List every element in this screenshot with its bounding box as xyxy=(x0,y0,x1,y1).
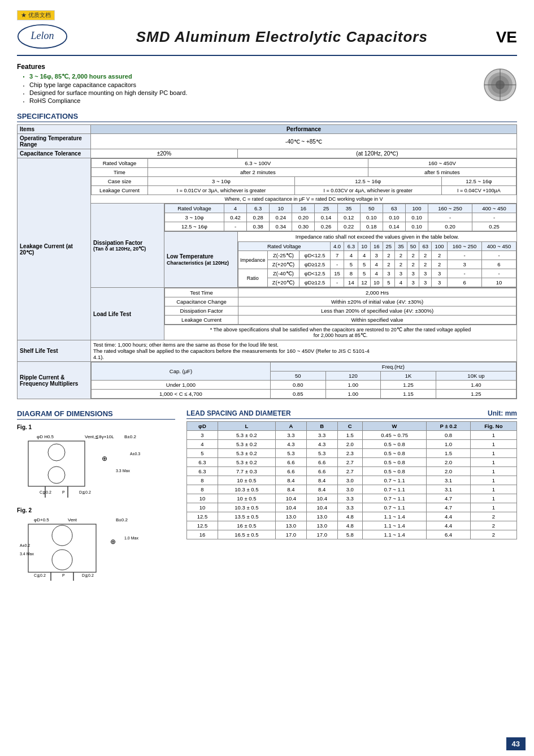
feature-item-2: Chip type large capacitance capacitors xyxy=(23,81,517,88)
ripple-inner: Cap. (μF) Freq.(Hz) 50 120 1K 10K up Und… xyxy=(91,362,517,399)
rated-v-1: 6.3 ~ 100V xyxy=(148,159,368,168)
impedance-label: Impedance xyxy=(238,251,268,269)
features-section: Features 3 ~ 16φ, 85℃, 2,000 hours assur… xyxy=(17,63,517,104)
dissipation-row: Dissipation Factor (Tan δ at 120Hz, 20℃)… xyxy=(18,204,517,232)
case-v2: 12.5 ~ 16φ xyxy=(294,177,441,186)
load-life-note: * The above specifications shall be sati… xyxy=(164,325,516,340)
series-label: VE xyxy=(496,28,517,46)
svg-rect-25 xyxy=(28,524,96,572)
table-row: 35.3 ± 0.23.33.31.50.45 ~ 0.750.81 xyxy=(187,431,517,440)
shelf-life-text: Test time: 1,000 hours; other items are … xyxy=(91,340,517,362)
svg-text:3.4 Max: 3.4 Max xyxy=(20,552,34,556)
svg-text:B±0.2: B±0.2 xyxy=(124,434,136,439)
cap-header: Cap. (μF) xyxy=(92,362,271,381)
table-row: 6.37.7 ± 0.36.66.62.70.5 ~ 0.82.01 xyxy=(187,467,517,476)
col-performance: Performance xyxy=(91,125,517,134)
features-title: Features xyxy=(17,63,517,71)
ripple-label: Ripple Current & Frequency Multipliers xyxy=(18,362,91,399)
svg-text:C≦0.2: C≦0.2 xyxy=(34,573,46,577)
col-header: Fig. No xyxy=(470,422,516,431)
time-v1: after 2 minutes xyxy=(148,168,368,177)
svg-text:B±0.2: B±0.2 xyxy=(116,517,128,522)
rated-v-header: Rated Voltage xyxy=(238,242,331,251)
table-row: 1010.3 ± 0.510.410.43.30.7 ~ 1.14.71 xyxy=(187,503,517,512)
svg-text:⊕: ⊕ xyxy=(110,538,116,546)
dissipation-inner: Rated Voltage 4 6.3 10 16 25 35 50 63 10… xyxy=(164,204,517,232)
table-row: 1616.5 ± 0.517.017.05.81.1 ~ 1.46.42 xyxy=(187,530,517,539)
table-row: 45.3 ± 0.24.34.32.00.5 ~ 0.81.01 xyxy=(187,440,517,449)
svg-text:Vent: Vent xyxy=(68,517,77,522)
col-header: L xyxy=(218,422,275,431)
specs-title: SPECIFICATIONS xyxy=(17,112,517,122)
table-row: Capacitance Tolerance ±20% (at 120Hz, 20… xyxy=(18,149,517,158)
features-list: 3 ~ 16φ, 85℃, 2,000 hours assured Chip t… xyxy=(17,73,517,104)
rated-v-label: Rated Voltage xyxy=(92,159,148,168)
diagram-left: DIAGRAM OF DIMENSIONS Fig. 1 φD H0.5 Ven… xyxy=(17,409,175,590)
svg-text:1.0 Max: 1.0 Max xyxy=(124,536,138,540)
svg-text:φD+0.5: φD+0.5 xyxy=(34,517,49,522)
feature-item-4: RoHS Compliance xyxy=(23,97,517,104)
case-size-label: Case size xyxy=(92,177,148,186)
svg-text:⊕: ⊕ xyxy=(102,455,107,463)
svg-point-13 xyxy=(48,466,65,483)
feature-item-3: Designed for surface mounting on high de… xyxy=(23,89,517,96)
lead-title: LEAD SPACING AND DIAMETER Unit: mm xyxy=(186,409,517,419)
diagram-section: DIAGRAM OF DIMENSIONS Fig. 1 φD H0.5 Ven… xyxy=(17,409,517,590)
impedance-note: Impedance ratio shall not exceed the val… xyxy=(238,232,516,241)
table-row: 810.3 ± 0.58.48.43.00.7 ~ 1.13.11 xyxy=(187,485,517,494)
specs-section: SPECIFICATIONS Items Performance Operati… xyxy=(17,112,517,399)
svg-text:P: P xyxy=(62,490,65,494)
svg-text:Vent,≦8γ×10L: Vent,≦8γ×10L xyxy=(85,434,114,439)
page-header: Lelon SMD Aluminum Electrolytic Capacito… xyxy=(17,24,517,56)
low-temp-label: Low Temperature Characteristics (at 120H… xyxy=(164,232,238,288)
cap-tol-label: Capacitance Tolerance xyxy=(18,149,91,158)
rated-v-2: 160 ~ 450V xyxy=(368,159,516,168)
freq-header: Freq.(Hz) xyxy=(270,362,516,371)
table-row: 55.3 ± 0.25.35.32.30.5 ~ 0.81.51 xyxy=(187,449,517,458)
fig1-label: Fig. 1 xyxy=(17,424,175,430)
load-life-row: Load Life Test Test Time 2,000 Hrs Capac… xyxy=(18,288,517,340)
lead-table: φD L A B C W P ± 0.2 Fig. No 35.3 ± 0.23… xyxy=(186,421,517,539)
leak-v1: I = 0.01CV or 3μA, whichever is greater xyxy=(148,186,295,195)
shelf-life-label: Shelf Life Test xyxy=(18,340,91,362)
svg-rect-11 xyxy=(28,441,85,486)
logo: Lelon xyxy=(17,24,79,50)
leakage-note: Where, C = rated capacitance in μF V = r… xyxy=(92,195,516,204)
table-row: 12.513.5 ± 0.513.013.04.81.1 ~ 1.44.42 xyxy=(187,512,517,521)
leak-label: Leakage Current xyxy=(92,186,148,195)
table-row: Operating Temperature Range -40℃ ~ +85℃ xyxy=(18,134,517,149)
ratio-label: Ratio xyxy=(238,269,268,287)
leakage-inner: Rated Voltage 6.3 ~ 100V 160 ~ 450V Time… xyxy=(91,158,517,204)
quality-badge: ★ 优质文档 xyxy=(17,10,55,20)
svg-text:Lelon: Lelon xyxy=(30,30,54,41)
svg-text:D≦0.2: D≦0.2 xyxy=(79,490,91,494)
col-header: A xyxy=(275,422,306,431)
svg-point-26 xyxy=(52,525,72,546)
time-label: Time xyxy=(92,168,148,177)
col-header: φD xyxy=(187,422,218,431)
fig2-drawing: φD+0.5 Vent B±0.2 ⊕ 1.0 Max A±0.2 3.4 Ma… xyxy=(17,516,153,584)
col-items: Items xyxy=(18,125,91,134)
main-spec-table: Items Performance Operating Temperature … xyxy=(17,124,517,399)
table-row: 12.516 ± 0.513.013.04.81.1 ~ 1.44.42 xyxy=(187,521,517,530)
ripple-row: Ripple Current & Frequency Multipliers C… xyxy=(18,362,517,399)
load-life-inner: Test Time 2,000 Hrs Capacitance Change W… xyxy=(164,288,517,340)
op-temp-value: -40℃ ~ +85℃ xyxy=(91,134,517,149)
svg-text:A±0.3: A±0.3 xyxy=(130,452,140,456)
leakage-label: Leakage Current (at 20℃) xyxy=(18,158,91,340)
time-v2: after 5 minutes xyxy=(368,168,516,177)
svg-text:A±0.2: A±0.2 xyxy=(20,543,30,547)
col-header: C xyxy=(337,422,362,431)
low-temp-inner: Impedance ratio shall not exceed the val… xyxy=(238,232,517,288)
page-number: 43 xyxy=(506,737,526,750)
dissipation-label: Dissipation Factor (Tan δ at 120Hz, 20℃) xyxy=(91,204,164,288)
svg-text:φD H0.5: φD H0.5 xyxy=(37,434,54,439)
cap-tol-note: (at 120Hz, 20℃) xyxy=(238,149,517,158)
svg-point-12 xyxy=(48,444,65,461)
shelf-life-row: Shelf Life Test Test time: 1,000 hours; … xyxy=(18,340,517,362)
svg-text:D≦0.2: D≦0.2 xyxy=(82,573,94,577)
table-row: 810 ± 0.58.48.43.00.7 ~ 1.13.11 xyxy=(187,476,517,485)
table-row: 1010 ± 0.510.410.43.30.7 ~ 1.14.71 xyxy=(187,494,517,503)
leakage-row: Leakage Current (at 20℃) Rated Voltage 6… xyxy=(18,158,517,204)
fig2-label: Fig. 2 xyxy=(17,507,175,513)
